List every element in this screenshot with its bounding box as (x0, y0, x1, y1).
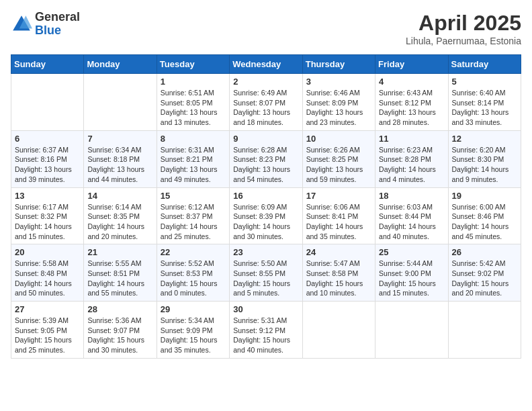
day-info: Sunrise: 6:14 AMSunset: 8:35 PMDaylight:… (87, 202, 152, 242)
day-info: Sunrise: 6:23 AMSunset: 8:28 PMDaylight:… (379, 145, 444, 185)
calendar-cell: 16Sunrise: 6:09 AMSunset: 8:39 PMDayligh… (230, 187, 302, 244)
day-number: 8 (161, 134, 226, 144)
calendar-table: SundayMondayTuesdayWednesdayThursdayFrid… (11, 54, 521, 359)
day-info: Sunrise: 6:28 AMSunset: 8:23 PMDaylight:… (233, 145, 298, 185)
month-title: April 2025 (406, 11, 521, 36)
calendar-cell: 27Sunrise: 5:39 AMSunset: 9:05 PMDayligh… (11, 302, 84, 359)
day-info: Sunrise: 5:44 AMSunset: 9:00 PMDaylight:… (379, 259, 444, 298)
calendar-cell: 15Sunrise: 6:12 AMSunset: 8:37 PMDayligh… (157, 187, 229, 244)
day-info: Sunrise: 5:50 AMSunset: 8:55 PMDaylight:… (233, 259, 298, 298)
day-number: 28 (87, 304, 152, 314)
week-row-1: 1Sunrise: 6:51 AMSunset: 8:05 PMDaylight… (11, 74, 521, 131)
day-number: 3 (306, 77, 371, 87)
calendar-cell: 19Sunrise: 6:00 AMSunset: 8:46 PMDayligh… (448, 187, 521, 244)
day-info: Sunrise: 6:00 AMSunset: 8:46 PMDaylight:… (452, 202, 517, 242)
day-number: 12 (452, 134, 517, 144)
day-info: Sunrise: 6:31 AMSunset: 8:21 PMDaylight:… (161, 145, 226, 185)
day-number: 10 (306, 134, 371, 144)
day-info: Sunrise: 6:20 AMSunset: 8:30 PMDaylight:… (452, 145, 517, 185)
calendar-cell: 8Sunrise: 6:31 AMSunset: 8:21 PMDaylight… (157, 130, 229, 187)
calendar-cell: 2Sunrise: 6:49 AMSunset: 8:07 PMDaylight… (230, 74, 302, 131)
day-number: 26 (452, 247, 517, 257)
calendar-cell: 11Sunrise: 6:23 AMSunset: 8:28 PMDayligh… (375, 130, 448, 187)
calendar-cell: 25Sunrise: 5:44 AMSunset: 9:00 PMDayligh… (375, 244, 448, 302)
day-number: 21 (87, 247, 152, 257)
day-info: Sunrise: 5:58 AMSunset: 8:48 PMDaylight:… (15, 259, 80, 298)
day-number: 5 (452, 77, 517, 87)
day-info: Sunrise: 5:31 AMSunset: 9:12 PMDaylight:… (233, 316, 298, 355)
day-info: Sunrise: 6:03 AMSunset: 8:44 PMDaylight:… (379, 202, 444, 242)
day-info: Sunrise: 5:52 AMSunset: 8:53 PMDaylight:… (161, 259, 226, 298)
week-row-2: 6Sunrise: 6:37 AMSunset: 8:16 PMDaylight… (11, 130, 521, 187)
calendar-cell: 10Sunrise: 6:26 AMSunset: 8:25 PMDayligh… (302, 130, 375, 187)
calendar-cell: 26Sunrise: 5:42 AMSunset: 9:02 PMDayligh… (448, 244, 521, 302)
day-number: 25 (379, 247, 444, 257)
day-header-monday: Monday (84, 55, 157, 74)
day-number: 14 (87, 191, 152, 201)
day-number: 23 (233, 247, 298, 257)
calendar-cell: 5Sunrise: 6:40 AMSunset: 8:14 PMDaylight… (448, 74, 521, 131)
day-number: 16 (233, 191, 298, 201)
day-number: 29 (161, 304, 226, 314)
day-info: Sunrise: 5:42 AMSunset: 9:02 PMDaylight:… (452, 259, 517, 298)
day-info: Sunrise: 6:49 AMSunset: 8:07 PMDaylight:… (233, 88, 298, 128)
day-header-thursday: Thursday (302, 55, 375, 74)
calendar-cell: 4Sunrise: 6:43 AMSunset: 8:12 PMDaylight… (375, 74, 448, 131)
calendar-cell: 7Sunrise: 6:34 AMSunset: 8:18 PMDaylight… (84, 130, 157, 187)
calendar-cell: 21Sunrise: 5:55 AMSunset: 8:51 PMDayligh… (84, 244, 157, 302)
calendar-cell: 14Sunrise: 6:14 AMSunset: 8:35 PMDayligh… (84, 187, 157, 244)
logo-blue: Blue (35, 24, 80, 38)
calendar-cell (375, 302, 448, 359)
day-header-saturday: Saturday (448, 55, 521, 74)
day-info: Sunrise: 6:40 AMSunset: 8:14 PMDaylight:… (452, 88, 517, 128)
calendar-cell: 18Sunrise: 6:03 AMSunset: 8:44 PMDayligh… (375, 187, 448, 244)
day-info: Sunrise: 6:43 AMSunset: 8:12 PMDaylight:… (379, 88, 444, 128)
logo: General Blue (11, 11, 80, 38)
calendar-cell: 20Sunrise: 5:58 AMSunset: 8:48 PMDayligh… (11, 244, 84, 302)
day-number: 17 (306, 191, 371, 201)
calendar-cell (11, 74, 84, 131)
day-header-tuesday: Tuesday (157, 55, 229, 74)
day-number: 9 (233, 134, 298, 144)
logo-icon (11, 13, 32, 35)
week-row-3: 13Sunrise: 6:17 AMSunset: 8:32 PMDayligh… (11, 187, 521, 244)
day-info: Sunrise: 5:36 AMSunset: 9:07 PMDaylight:… (87, 316, 152, 355)
calendar-cell: 1Sunrise: 6:51 AMSunset: 8:05 PMDaylight… (157, 74, 229, 131)
day-info: Sunrise: 5:47 AMSunset: 8:58 PMDaylight:… (306, 259, 371, 298)
day-number: 24 (306, 247, 371, 257)
day-info: Sunrise: 6:34 AMSunset: 8:18 PMDaylight:… (87, 145, 152, 185)
day-number: 1 (161, 77, 226, 87)
calendar-cell (448, 302, 521, 359)
day-info: Sunrise: 5:55 AMSunset: 8:51 PMDaylight:… (87, 259, 152, 298)
calendar-cell: 30Sunrise: 5:31 AMSunset: 9:12 PMDayligh… (230, 302, 302, 359)
day-info: Sunrise: 6:06 AMSunset: 8:41 PMDaylight:… (306, 202, 371, 242)
calendar-cell: 17Sunrise: 6:06 AMSunset: 8:41 PMDayligh… (302, 187, 375, 244)
day-header-sunday: Sunday (11, 55, 84, 74)
day-number: 18 (379, 191, 444, 201)
logo-text: General Blue (35, 11, 80, 38)
day-number: 13 (15, 191, 80, 201)
day-info: Sunrise: 6:09 AMSunset: 8:39 PMDaylight:… (233, 202, 298, 242)
calendar-cell: 6Sunrise: 6:37 AMSunset: 8:16 PMDaylight… (11, 130, 84, 187)
day-info: Sunrise: 6:46 AMSunset: 8:09 PMDaylight:… (306, 88, 371, 128)
location: Lihula, Paernumaa, Estonia (406, 36, 521, 46)
day-number: 30 (233, 304, 298, 314)
page-header: General Blue April 2025 Lihula, Paernuma… (11, 11, 521, 46)
week-row-4: 20Sunrise: 5:58 AMSunset: 8:48 PMDayligh… (11, 244, 521, 302)
day-number: 15 (161, 191, 226, 201)
day-info: Sunrise: 6:37 AMSunset: 8:16 PMDaylight:… (15, 145, 80, 185)
day-info: Sunrise: 6:12 AMSunset: 8:37 PMDaylight:… (161, 202, 226, 242)
calendar-cell: 28Sunrise: 5:36 AMSunset: 9:07 PMDayligh… (84, 302, 157, 359)
title-block: April 2025 Lihula, Paernumaa, Estonia (406, 11, 521, 46)
week-row-5: 27Sunrise: 5:39 AMSunset: 9:05 PMDayligh… (11, 302, 521, 359)
day-info: Sunrise: 6:51 AMSunset: 8:05 PMDaylight:… (161, 88, 226, 128)
day-number: 4 (379, 77, 444, 87)
day-number: 2 (233, 77, 298, 87)
day-info: Sunrise: 6:26 AMSunset: 8:25 PMDaylight:… (306, 145, 371, 185)
day-number: 22 (161, 247, 226, 257)
day-number: 6 (15, 134, 80, 144)
calendar-cell: 12Sunrise: 6:20 AMSunset: 8:30 PMDayligh… (448, 130, 521, 187)
day-number: 19 (452, 191, 517, 201)
day-number: 11 (379, 134, 444, 144)
header-row: SundayMondayTuesdayWednesdayThursdayFrid… (11, 55, 521, 74)
